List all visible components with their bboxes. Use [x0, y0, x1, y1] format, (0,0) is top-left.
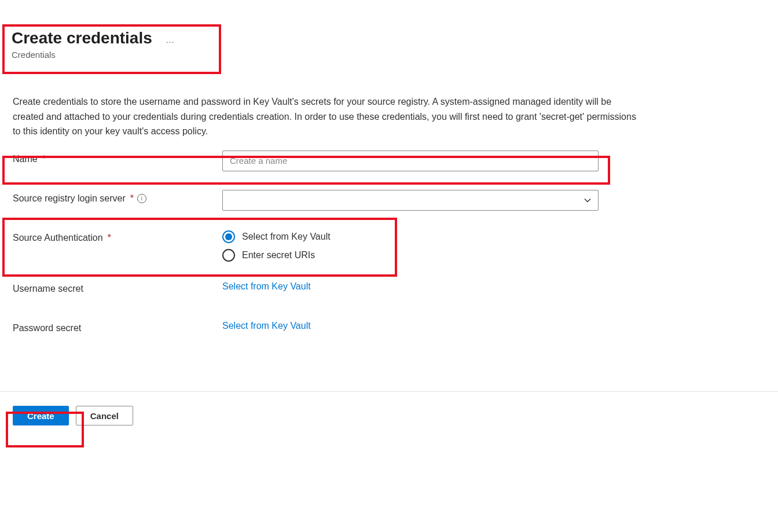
name-row: Name* — [13, 151, 765, 171]
name-label: Name* — [13, 151, 222, 164]
source-registry-label: Source registry login server* i — [13, 190, 222, 204]
info-icon[interactable]: i — [137, 194, 146, 203]
radio-label: Enter secret URIs — [242, 250, 315, 261]
chevron-down-icon — [584, 197, 591, 204]
username-secret-select-link[interactable]: Select from Key Vault — [222, 280, 311, 292]
password-secret-select-link[interactable]: Select from Key Vault — [222, 320, 311, 331]
radio-label: Select from Key Vault — [242, 232, 331, 242]
radio-icon-selected — [222, 230, 235, 243]
password-secret-row: Password secret Select from Key Vault — [13, 320, 765, 340]
cancel-button[interactable]: Cancel — [76, 406, 133, 425]
password-secret-label: Password secret — [13, 320, 222, 333]
page-subtitle: Credentials — [12, 50, 766, 60]
radio-select-key-vault[interactable]: Select from Key Vault — [222, 230, 599, 243]
radio-icon-unselected — [222, 249, 235, 262]
source-registry-row: Source registry login server* i — [13, 190, 765, 211]
required-indicator: * — [108, 233, 111, 243]
name-input[interactable] — [222, 151, 599, 171]
source-registry-dropdown[interactable] — [222, 190, 599, 211]
username-secret-row: Username secret Select from Key Vault — [13, 280, 765, 301]
footer-bar: Create Cancel — [0, 391, 778, 439]
page-title: Create credentials — [12, 29, 152, 47]
required-indicator: * — [42, 154, 46, 164]
source-auth-row: Source Authentication* Select from Key V… — [13, 229, 765, 262]
source-auth-radio-group: Select from Key Vault Enter secret URIs — [222, 229, 599, 262]
username-secret-label: Username secret — [13, 280, 222, 294]
source-auth-label: Source Authentication* — [13, 229, 222, 243]
create-button[interactable]: Create — [13, 406, 69, 425]
radio-enter-secret-uris[interactable]: Enter secret URIs — [222, 249, 599, 262]
required-indicator: * — [130, 193, 134, 204]
description-text: Create credentials to store the username… — [0, 65, 654, 151]
more-actions-button[interactable]: ··· — [166, 37, 175, 46]
